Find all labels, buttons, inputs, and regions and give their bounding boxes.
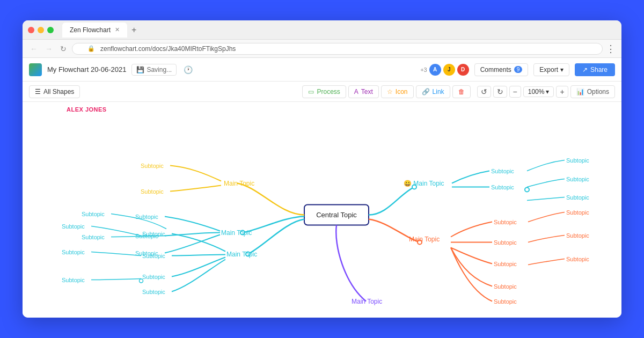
process-label: Process: [317, 88, 340, 95]
shapes-menu-icon: ☰: [35, 88, 41, 95]
zoom-level-display[interactable]: 100% ▾: [523, 86, 554, 97]
avatar-group: +3 A J D: [420, 64, 469, 76]
svg-text:Main Topic: Main Topic: [352, 298, 382, 305]
svg-text:😀 Main Topic: 😀 Main Topic: [404, 179, 444, 187]
saving-icon: 💾: [136, 66, 144, 74]
svg-point-29: [525, 188, 529, 192]
icon-label: Icon: [396, 88, 408, 95]
options-chart-icon: 📊: [576, 88, 584, 95]
saving-label: Saving...: [147, 66, 172, 74]
browser-menu-button[interactable]: ⋮: [606, 43, 616, 55]
undo-button[interactable]: ↺: [477, 86, 491, 98]
minimize-button[interactable]: [38, 27, 44, 33]
export-label: Export: [539, 66, 558, 74]
svg-text:Subtopic: Subtopic: [566, 209, 589, 216]
new-tab-button[interactable]: +: [128, 25, 140, 35]
document-title: My Flowchart 20-06-2021: [47, 65, 126, 74]
svg-text:Central Topic: Central Topic: [316, 211, 357, 219]
avatar-d: D: [457, 64, 469, 76]
process-tool-button[interactable]: ▭ Process: [302, 85, 346, 98]
avatar-j: J: [443, 64, 455, 76]
text-icon: A: [354, 88, 358, 95]
svg-text:Main Topic: Main Topic: [409, 236, 440, 243]
browser-window: Zen Flowchart ✕ + ← → ↻ 🔒 zenflowchart.c…: [23, 20, 621, 318]
avatar-count: +3: [420, 67, 427, 73]
browser-tabs: Zen Flowchart ✕ +: [62, 23, 140, 38]
svg-text:Subtopic: Subtopic: [491, 168, 514, 174]
svg-text:Subtopic: Subtopic: [62, 249, 85, 255]
zoom-controls: ↺ ↻ − 100% ▾ +: [477, 86, 568, 98]
browser-titlebar: Zen Flowchart ✕ +: [23, 20, 621, 40]
app-toolbar: My Flowchart 20-06-2021 💾 Saving... 🕐 +3…: [23, 58, 621, 82]
svg-text:Subtopic: Subtopic: [494, 298, 517, 305]
shapes-toolbar: ☰ All Shapes ▭ Process A Text ☆ Icon 🔗 L…: [23, 82, 621, 102]
delete-icon: 🗑: [458, 88, 465, 95]
svg-text:Main Topic: Main Topic: [226, 251, 257, 258]
share-button[interactable]: ↗ Share: [575, 63, 615, 76]
svg-text:Subtopic: Subtopic: [491, 184, 514, 190]
svg-text:Subtopic: Subtopic: [494, 239, 517, 246]
svg-point-21: [140, 279, 143, 283]
export-chevron-icon: ▾: [560, 66, 564, 74]
share-label: Share: [590, 66, 608, 74]
tab-close-icon[interactable]: ✕: [115, 26, 120, 33]
link-tool-button[interactable]: 🔗 Link: [416, 85, 450, 98]
browser-addressbar: ← → ↻ 🔒 zenflowchart.com/docs/Jka40MIRto…: [23, 40, 621, 58]
zoom-out-button[interactable]: −: [509, 86, 521, 98]
svg-text:Subtopic: Subtopic: [141, 188, 164, 195]
comments-button[interactable]: Comments 9: [474, 63, 529, 76]
link-icon: 🔗: [422, 88, 430, 95]
traffic-lights: [28, 27, 54, 33]
all-shapes-button[interactable]: ☰ All Shapes: [29, 85, 80, 98]
svg-text:Subtopic: Subtopic: [62, 223, 85, 230]
mindmap-canvas[interactable]: Central Topic Main Topic Subtopic Subtop…: [23, 102, 621, 318]
zoom-in-button[interactable]: +: [556, 86, 568, 98]
svg-text:Subtopic: Subtopic: [82, 234, 105, 240]
svg-text:Subtopic: Subtopic: [142, 274, 165, 280]
svg-text:Subtopic: Subtopic: [494, 219, 517, 225]
text-label: Text: [361, 88, 373, 95]
canvas-area[interactable]: ALEX JONES Central Topic Main Topic Subt…: [23, 102, 621, 318]
lock-icon: 🔒: [87, 45, 95, 52]
zoom-chevron-icon: ▾: [546, 88, 549, 95]
all-shapes-label: All Shapes: [43, 88, 74, 95]
svg-text:Subtopic: Subtopic: [82, 211, 105, 217]
options-label: Options: [587, 88, 609, 95]
svg-text:Subtopic: Subtopic: [566, 194, 589, 201]
svg-text:Subtopic: Subtopic: [62, 277, 85, 283]
nav-back-button[interactable]: ←: [28, 43, 40, 54]
saving-button[interactable]: 💾 Saving...: [131, 64, 177, 76]
link-label: Link: [433, 88, 444, 95]
export-button[interactable]: Export ▾: [533, 63, 569, 76]
svg-text:Subtopic: Subtopic: [494, 283, 517, 290]
close-button[interactable]: [28, 27, 34, 33]
share-icon: ↗: [582, 66, 588, 74]
maximize-button[interactable]: [47, 27, 54, 33]
icon-tool-button[interactable]: ☆ Icon: [381, 85, 414, 98]
url-text: zenflowchart.com/docs/Jka40MIRtoFTikgSpJ…: [100, 45, 236, 53]
history-button[interactable]: 🕐: [182, 64, 194, 76]
svg-text:Subtopic: Subtopic: [566, 176, 589, 182]
svg-text:Main Topic: Main Topic: [221, 229, 252, 237]
active-tab[interactable]: Zen Flowchart ✕: [62, 23, 127, 38]
nav-refresh-button[interactable]: ↻: [58, 43, 69, 54]
svg-text:Subtopic: Subtopic: [566, 157, 589, 164]
star-icon: ☆: [387, 88, 393, 95]
comments-label: Comments: [480, 66, 511, 74]
text-tool-button[interactable]: A Text: [348, 85, 379, 98]
redo-button[interactable]: ↻: [493, 86, 507, 98]
svg-text:Main Topic: Main Topic: [224, 180, 254, 187]
delete-tool-button[interactable]: 🗑: [452, 85, 471, 98]
svg-text:Subtopic: Subtopic: [566, 256, 589, 262]
svg-text:Subtopic: Subtopic: [494, 261, 517, 267]
options-button[interactable]: 📊 Options: [570, 85, 615, 98]
process-icon: ▭: [308, 88, 314, 95]
tab-title: Zen Flowchart: [70, 26, 111, 34]
svg-text:Subtopic: Subtopic: [142, 231, 165, 237]
svg-text:Subtopic: Subtopic: [142, 253, 165, 259]
comments-badge: 9: [514, 66, 523, 73]
svg-text:Subtopic: Subtopic: [566, 232, 589, 239]
app-logo: [29, 63, 42, 76]
nav-forward-button[interactable]: →: [43, 43, 55, 54]
address-bar[interactable]: 🔒 zenflowchart.com/docs/Jka40MIRtoFTikgS…: [72, 43, 603, 55]
